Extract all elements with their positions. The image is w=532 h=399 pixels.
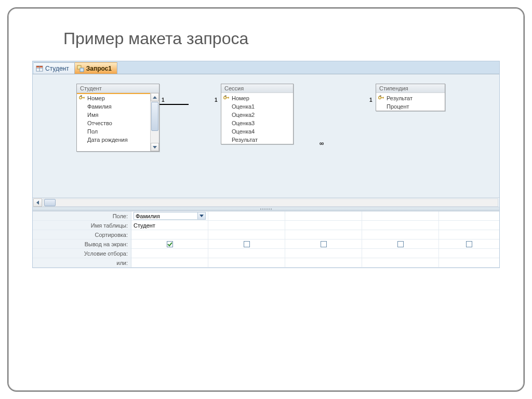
- field-row[interactable]: Результат: [221, 136, 293, 144]
- relationship-diagram[interactable]: Студент * Номер Фамилия Имя Отчество Пол…: [33, 74, 499, 197]
- field-row[interactable]: Номер: [77, 94, 159, 102]
- grid-row-labels: Поле: Имя таблицы: Сортировка: Вывод на …: [33, 211, 131, 268]
- cell-sort[interactable]: [439, 230, 499, 240]
- field-row[interactable]: Дата рождения: [77, 136, 159, 144]
- cell-show[interactable]: [208, 240, 285, 249]
- cell-criteria[interactable]: [285, 249, 362, 258]
- field-row[interactable]: Пол: [77, 127, 159, 136]
- svg-rect-14: [383, 97, 383, 98]
- show-checkbox[interactable]: [397, 241, 404, 247]
- cell-or[interactable]: [131, 258, 208, 268]
- label-or: или:: [33, 258, 131, 268]
- field-row[interactable]: Отчество: [77, 119, 159, 127]
- field-row[interactable]: Имя: [77, 111, 159, 119]
- cell-sort[interactable]: [131, 230, 208, 240]
- relation-label-one: 1: [162, 97, 165, 103]
- cell-table[interactable]: [285, 221, 362, 230]
- grid-columns: Фамилия Студент: [131, 211, 499, 268]
- cell-show[interactable]: [285, 240, 362, 249]
- table-scrollbar[interactable]: [150, 93, 159, 151]
- cell-field[interactable]: [285, 211, 362, 221]
- grid-column[interactable]: [362, 211, 439, 268]
- table-box-student[interactable]: Студент * Номер Фамилия Имя Отчество Пол…: [76, 84, 159, 152]
- field-row[interactable]: Оценка1: [221, 102, 293, 111]
- grid-column[interactable]: [285, 211, 362, 268]
- cell-field[interactable]: [439, 211, 499, 221]
- grid-column[interactable]: [208, 211, 285, 268]
- label-sort: Сортировка:: [33, 230, 131, 240]
- dropdown-button[interactable]: [197, 212, 205, 219]
- h-scroll-track[interactable]: [43, 198, 498, 207]
- h-scroll-left[interactable]: [33, 198, 42, 207]
- tab-label: Запрос1: [86, 65, 112, 72]
- field-row[interactable]: Процент: [376, 102, 445, 111]
- cell-sort[interactable]: [285, 230, 362, 240]
- cell-table[interactable]: [439, 221, 499, 230]
- cell-criteria[interactable]: [208, 249, 285, 258]
- relation-label-one: 1: [215, 97, 218, 103]
- tab-query1[interactable]: Запрос1: [75, 62, 117, 74]
- cell-show[interactable]: [439, 240, 499, 249]
- show-checkbox[interactable]: [167, 241, 173, 247]
- cell-sort[interactable]: [362, 230, 438, 240]
- field-row[interactable]: Фамилия: [77, 102, 159, 111]
- scroll-up-button[interactable]: [151, 93, 159, 101]
- grid-column[interactable]: Фамилия Студент: [131, 211, 208, 268]
- svg-point-12: [379, 97, 381, 99]
- field-row[interactable]: Номер: [221, 94, 293, 102]
- table-title: Стипендия: [376, 84, 445, 93]
- tab-student-table[interactable]: Студент: [34, 62, 75, 74]
- svg-point-9: [224, 97, 227, 99]
- key-icon: [378, 95, 384, 100]
- show-checkbox[interactable]: [466, 241, 472, 247]
- field-row[interactable]: Результат: [376, 94, 445, 102]
- query-icon: [77, 65, 84, 72]
- relation-label-one: 1: [369, 97, 373, 103]
- cell-criteria[interactable]: [362, 249, 438, 258]
- svg-rect-8: [84, 97, 84, 98]
- label-table: Имя таблицы:: [33, 221, 131, 230]
- field-combo[interactable]: Фамилия: [134, 212, 206, 220]
- query-design-grid: Поле: Имя таблицы: Сортировка: Вывод на …: [33, 211, 499, 268]
- svg-point-6: [79, 97, 82, 99]
- cell-table[interactable]: [362, 221, 438, 230]
- tab-label: Студент: [45, 65, 69, 72]
- cell-criteria[interactable]: [131, 249, 208, 258]
- table-title: Сессия: [221, 84, 293, 93]
- diagram-h-scrollbar[interactable]: [33, 197, 499, 207]
- field-row[interactable]: Оценка2: [221, 111, 293, 119]
- cell-or[interactable]: [439, 258, 499, 268]
- label-criteria: Условие отбора:: [33, 249, 131, 258]
- relation-label-many: ∞: [320, 140, 324, 147]
- table-box-stipend[interactable]: Стипендия * Результат Процент: [376, 84, 445, 111]
- key-icon: [223, 95, 230, 100]
- cell-show[interactable]: [362, 240, 438, 249]
- key-icon: [79, 95, 85, 100]
- cell-show[interactable]: [131, 240, 208, 249]
- cell-table[interactable]: Студент: [131, 221, 208, 230]
- field-row[interactable]: Оценка4: [221, 127, 293, 136]
- table-title: Студент: [77, 84, 159, 93]
- h-scroll-thumb[interactable]: [44, 199, 56, 206]
- cell-field[interactable]: Фамилия: [131, 211, 208, 221]
- cell-or[interactable]: [362, 258, 438, 268]
- label-show: Вывод на экран:: [33, 240, 131, 249]
- table-box-session[interactable]: Сессия * Номер Оценка1 Оценка2 Оценка3 О…: [221, 84, 294, 144]
- svg-rect-5: [80, 68, 84, 72]
- show-checkbox[interactable]: [244, 241, 250, 247]
- field-row[interactable]: Оценка3: [221, 119, 293, 127]
- show-checkbox[interactable]: [321, 241, 327, 247]
- cell-or[interactable]: [285, 258, 362, 268]
- cell-field[interactable]: [362, 211, 438, 221]
- grid-column[interactable]: [439, 211, 499, 268]
- scroll-down-button[interactable]: [151, 143, 159, 151]
- cell-or[interactable]: [208, 258, 285, 268]
- cell-table[interactable]: [208, 221, 285, 230]
- scroll-thumb[interactable]: [151, 102, 158, 131]
- pane-splitter[interactable]: [33, 207, 499, 211]
- scroll-track[interactable]: [151, 101, 159, 143]
- cell-field[interactable]: [208, 211, 285, 221]
- slide-frame: Пример макета запроса Студент Запрос1: [7, 7, 525, 392]
- cell-sort[interactable]: [208, 230, 285, 240]
- cell-criteria[interactable]: [439, 249, 499, 258]
